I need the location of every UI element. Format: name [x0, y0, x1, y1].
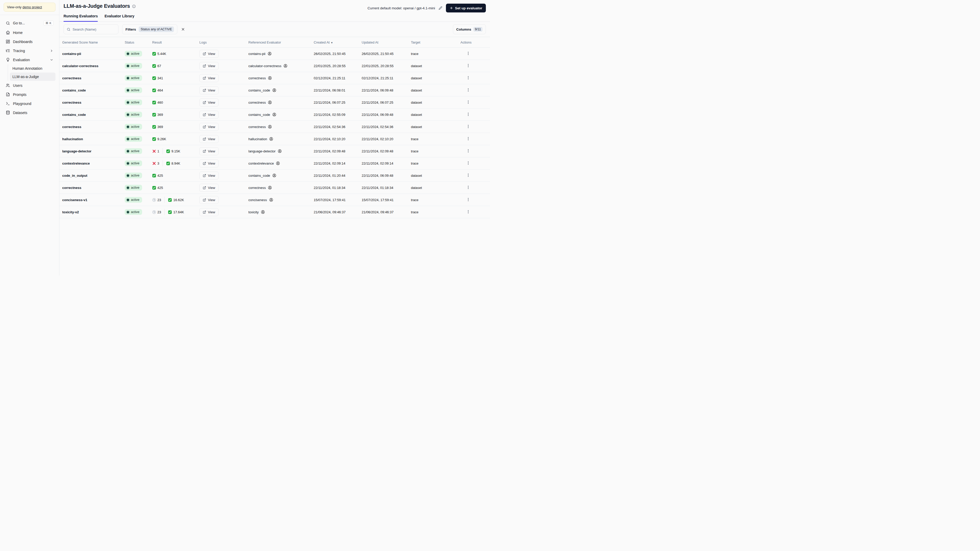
referenced-evaluator-link[interactable]: correctness: [248, 100, 314, 105]
view-logs-button[interactable]: View: [199, 74, 218, 82]
user-circle-icon: [268, 186, 272, 190]
clock-result-icon: [152, 198, 156, 202]
sidebar-item-prompts[interactable]: Prompts: [4, 90, 56, 99]
status-badge: active: [125, 124, 142, 130]
tab-evaluator-library[interactable]: Evaluator Library: [105, 14, 134, 22]
status-dot-icon: [127, 114, 129, 116]
external-link-icon: [203, 198, 206, 202]
dashboard-icon: [6, 40, 10, 44]
row-actions-kebab-button[interactable]: [466, 197, 472, 202]
view-logs-button[interactable]: View: [199, 86, 218, 94]
row-actions-kebab-button[interactable]: [466, 209, 472, 214]
sidebar-item-tracing[interactable]: Tracing: [4, 46, 56, 55]
status-badge: active: [125, 160, 142, 166]
sidebar-item-human-annotation[interactable]: Human Annotation: [10, 64, 56, 73]
view-logs-button[interactable]: View: [199, 98, 218, 106]
target-value: trace: [411, 149, 460, 153]
edit-model-pencil-icon[interactable]: [439, 6, 442, 10]
status-dot-icon: [127, 138, 129, 140]
col-logs[interactable]: Logs: [199, 40, 248, 44]
project-banner-section: View-only demo project: [0, 0, 59, 15]
row-actions-kebab-button[interactable]: [466, 148, 472, 154]
view-logs-button[interactable]: View: [199, 171, 218, 179]
banner-prefix: View-only: [7, 5, 22, 9]
referenced-evaluator-link[interactable]: hallucination: [248, 137, 314, 141]
sidebar-item-playground[interactable]: Playground: [4, 99, 56, 108]
col-created-at[interactable]: Created At▼: [314, 40, 362, 44]
row-actions-kebab-button[interactable]: [466, 99, 472, 105]
result-count: 9.26K: [158, 137, 166, 141]
col-status[interactable]: Status: [125, 40, 152, 44]
view-logs-button[interactable]: View: [199, 159, 218, 167]
referenced-evaluator-link[interactable]: contains_code: [248, 173, 314, 178]
row-actions-kebab-button[interactable]: [466, 136, 472, 141]
view-logs-button[interactable]: View: [199, 184, 218, 192]
referenced-evaluator-link[interactable]: contains_code: [248, 88, 314, 92]
row-actions-kebab-button[interactable]: [466, 51, 472, 56]
generated-score-name: calculator-correctness: [62, 64, 125, 68]
col-target[interactable]: Target: [411, 40, 460, 44]
referenced-evaluator-link[interactable]: language-detector: [248, 149, 314, 153]
sidebar-item-goto[interactable]: Go to...⌘ K: [4, 18, 56, 28]
created-at-value: 22/11/2024, 02:09:48: [314, 149, 362, 153]
sidebar-item-datasets[interactable]: Datasets: [4, 108, 56, 117]
referenced-evaluator-link[interactable]: correctness: [248, 186, 314, 190]
row-actions-kebab-button[interactable]: [466, 184, 472, 190]
referenced-evaluator-link[interactable]: calculator-correctness: [248, 64, 314, 68]
row-actions-kebab-button[interactable]: [466, 63, 472, 68]
status-dot-icon: [127, 77, 129, 79]
referenced-evaluator-link[interactable]: contextrelevance: [248, 161, 314, 165]
view-logs-button[interactable]: View: [199, 62, 218, 70]
view-logs-button[interactable]: View: [199, 50, 218, 58]
filters-button[interactable]: Filters Status any of ACTIVE: [122, 24, 177, 34]
col-referenced-evaluator[interactable]: Referenced Evaluator: [248, 40, 314, 44]
updated-at-value: 22/11/2024, 02:09:48: [362, 149, 411, 153]
clear-filters-button[interactable]: [181, 27, 185, 31]
table-row: correctness active 341 View correctness: [59, 72, 490, 84]
row-actions-kebab-button[interactable]: [466, 172, 472, 178]
created-at-value: 21/06/2024, 09:46:37: [314, 210, 362, 214]
row-actions-kebab-button[interactable]: [466, 87, 472, 93]
referenced-evaluator-link[interactable]: correctness: [248, 76, 314, 80]
info-icon[interactable]: [132, 5, 136, 8]
col-result[interactable]: Result: [152, 40, 199, 44]
result-count: 23: [158, 210, 161, 214]
sidebar-item-home[interactable]: Home: [4, 28, 56, 37]
demo-project-link[interactable]: demo project: [22, 5, 42, 9]
created-at-value: 22/11/2024, 02:09:14: [314, 162, 362, 165]
result-count: 23: [158, 198, 161, 202]
view-logs-button[interactable]: View: [199, 123, 218, 131]
columns-button[interactable]: Columns 9/11: [453, 24, 486, 34]
row-actions-kebab-button[interactable]: [466, 75, 472, 81]
referenced-evaluator-link[interactable]: conciseness: [248, 198, 314, 202]
referenced-evaluator-link[interactable]: contains-pii: [248, 52, 314, 56]
search-input[interactable]: [73, 27, 115, 31]
sidebar-item-llm-as-a-judge[interactable]: LLM-as-a-Judge: [10, 73, 56, 81]
view-logs-button[interactable]: View: [199, 111, 218, 119]
referenced-evaluator-link[interactable]: correctness: [248, 125, 314, 129]
col-generated-score-name[interactable]: Generated Score Name: [62, 40, 125, 44]
row-actions-kebab-button[interactable]: [466, 160, 472, 166]
view-logs-button[interactable]: View: [199, 196, 218, 204]
view-logs-button[interactable]: View: [199, 208, 218, 216]
view-logs-button[interactable]: View: [199, 135, 218, 143]
tab-running-evaluators[interactable]: Running Evaluators: [64, 14, 98, 22]
table-body: contains-pii active 5.44K View contains-…: [59, 48, 490, 218]
page-title: LLM-as-a-Judge Evaluators: [64, 3, 130, 9]
row-actions-kebab-button[interactable]: [466, 124, 472, 129]
table-row: conciseness-v1 active 2316.62K View conc…: [59, 194, 490, 206]
referenced-evaluator-link[interactable]: contains_code: [248, 113, 314, 117]
result-count: 369: [158, 113, 163, 117]
referenced-evaluator-link[interactable]: toxicity: [248, 210, 314, 214]
user-circle-icon: [268, 100, 272, 105]
external-link-icon: [203, 137, 206, 141]
col-updated-at[interactable]: Updated At: [362, 40, 411, 44]
sidebar-item-dashboards[interactable]: Dashboards: [4, 37, 56, 46]
sidebar-item-evaluation[interactable]: Evaluation: [4, 55, 56, 64]
set-up-evaluator-button[interactable]: Set up evaluator: [446, 4, 486, 13]
updated-at-value: 15/07/2024, 17:59:41: [362, 198, 411, 202]
view-logs-button[interactable]: View: [199, 147, 218, 155]
filter-badge: Status any of ACTIVE: [139, 27, 174, 32]
sidebar-item-users[interactable]: Users: [4, 81, 56, 90]
row-actions-kebab-button[interactable]: [466, 111, 472, 117]
